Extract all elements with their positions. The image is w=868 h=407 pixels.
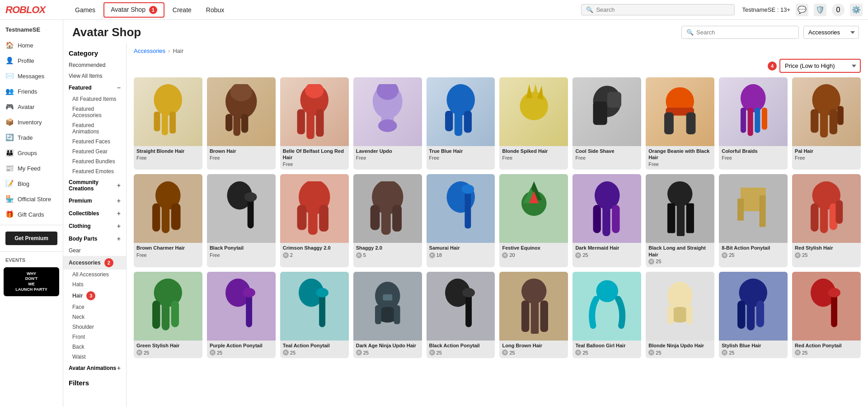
event-banner[interactable]: WHYDON'TWELAUNCH PARTY	[4, 267, 59, 296]
cat-body-parts[interactable]: Body Parts +	[63, 232, 126, 245]
cat-collectibles[interactable]: Collectibles +	[63, 207, 126, 220]
cat-view-all[interactable]: View All Items	[63, 71, 126, 81]
roblox-logo[interactable]: ROBLOX	[5, 4, 45, 16]
nav-search-input[interactable]	[596, 6, 730, 13]
item-green-stylish[interactable]: Green Stylish Hair R 25	[134, 272, 202, 358]
sidebar-item-home[interactable]: 🏠 Home	[0, 38, 63, 53]
item-dark-age-ninja[interactable]: Dark Age Ninja Updo Hair R 25	[353, 272, 422, 358]
category-select[interactable]: Accessories All Categories Featured Body…	[803, 26, 859, 39]
cat-neck[interactable]: Neck	[63, 312, 126, 322]
sidebar-item-messages[interactable]: ✉️ Messages	[0, 68, 63, 84]
item-dark-mermaid[interactable]: Dark Mermaid Hair R 25	[572, 174, 641, 267]
sidebar-item-myfeed[interactable]: 📰 My Feed	[0, 161, 63, 176]
gift-icon: 🎁	[5, 210, 14, 218]
sidebar-item-profile[interactable]: 👤 Profile	[0, 53, 63, 68]
page-header: Avatar Shop 🔍 Accessories All Categories…	[63, 20, 868, 43]
robux-icon[interactable]: 0	[832, 4, 845, 16]
nav-create[interactable]: Create	[166, 4, 198, 16]
item-red-action-ponytail[interactable]: Red Action Ponytail R 25	[792, 272, 861, 358]
item-teal-balloon-girl[interactable]: Teal Balloon Girl Hair R 25	[572, 272, 641, 358]
item-name: Blonde Spiked Hair	[502, 148, 565, 154]
cat-all-featured[interactable]: All Featured Items	[63, 94, 126, 104]
layout: TestnameSE 🏠 Home 👤 Profile ✉️ Messages …	[0, 20, 868, 407]
item-purple-ponytail[interactable]: Purple Action Ponytail R 25	[207, 272, 276, 358]
sidebar-item-blog[interactable]: 📝 Blog	[0, 176, 63, 191]
cat-accessories[interactable]: Accessories 2	[63, 256, 126, 270]
item-true-blue-hair[interactable]: True Blue Hair Free	[427, 77, 495, 170]
svg-point-99	[521, 279, 547, 304]
cat-featured-accessories[interactable]: Featured Accessories	[63, 104, 126, 120]
item-8bit-ponytail[interactable]: 8-Bit Action Ponytail R 25	[719, 174, 788, 267]
item-brown-charmer[interactable]: Brown Charmer Hair Free	[134, 174, 202, 267]
item-blonde-ninja-updo[interactable]: Blonde Ninja Updo Hair R 25	[646, 272, 714, 358]
nav-games[interactable]: Games	[69, 4, 102, 16]
cat-all-accessories[interactable]: All Accessories	[63, 270, 126, 279]
chat-icon[interactable]: 💬	[796, 4, 808, 16]
cat-premium[interactable]: Premium +	[63, 194, 126, 207]
cat-clothing[interactable]: Clothing +	[63, 220, 126, 232]
item-black-ponytail[interactable]: Black Ponytail Free	[207, 174, 276, 267]
item-pal-hair[interactable]: Pal Hair Free	[792, 77, 861, 170]
cat-featured-gear[interactable]: Featured Gear	[63, 147, 126, 156]
sort-select[interactable]: Price (Low to High) Relevance Price (Hig…	[779, 59, 861, 73]
nav-robux[interactable]: Robux	[200, 4, 230, 16]
item-festive-equinox[interactable]: Festive Equinox R 20	[499, 174, 568, 267]
cat-hats[interactable]: Hats	[63, 279, 126, 289]
cat-community[interactable]: Community Creations +	[63, 176, 126, 194]
header-search-input[interactable]	[696, 29, 794, 36]
item-samurai-hair[interactable]: Samurai Hair R 18	[427, 174, 495, 267]
item-cool-side-shave[interactable]: Cool Side Shave Free	[572, 77, 641, 170]
svg-rect-53	[319, 205, 328, 232]
item-brown-hair[interactable]: Brown Hair Free	[207, 77, 276, 170]
item-straight-blonde-hair[interactable]: Straight Blonde Hair Free	[134, 77, 202, 170]
cat-front[interactable]: Front	[63, 332, 126, 342]
nav-search-box[interactable]: 🔍	[581, 4, 735, 15]
sidebar-item-trade[interactable]: 🔄 Trade	[0, 130, 63, 145]
cat-recommended[interactable]: Recommended	[63, 60, 126, 71]
item-crimson-shaggy[interactable]: Crimson Shaggy 2.0 R 2	[280, 174, 349, 267]
sidebar-item-inventory[interactable]: 📦 Inventory	[0, 114, 63, 130]
item-black-action-ponytail[interactable]: Black Action Ponytail R 25	[427, 272, 495, 358]
sidebar-messages-label: Messages	[18, 73, 44, 80]
item-stylish-blue[interactable]: Stylish Blue Hair R 25	[719, 272, 788, 358]
settings-icon[interactable]: ⚙️	[850, 4, 863, 16]
svg-rect-107	[686, 305, 693, 324]
sidebar-item-official-store[interactable]: 🏪 Official Store	[0, 191, 63, 207]
filters-title: Filters	[63, 374, 126, 388]
cat-shoulder[interactable]: Shoulder	[63, 322, 126, 332]
sidebar-item-groups[interactable]: 👪 Groups	[0, 145, 63, 161]
cat-avatar-animations[interactable]: Avatar Animations +	[63, 362, 126, 374]
cat-face[interactable]: Face	[63, 302, 126, 312]
item-blonde-spiked[interactable]: Blonde Spiked Hair Free	[499, 77, 568, 170]
cat-hair[interactable]: Hair 3	[63, 289, 126, 302]
breadcrumb-accessories[interactable]: Accessories	[134, 47, 165, 54]
cat-featured-bundles[interactable]: Featured Bundles	[63, 156, 126, 166]
item-teal-action-ponytail[interactable]: Teal Action Ponytail R 25	[280, 272, 349, 358]
cat-featured-emotes[interactable]: Featured Emotes	[63, 166, 126, 176]
cat-featured-faces[interactable]: Featured Faces	[63, 137, 126, 147]
cat-featured[interactable]: Featured −	[63, 81, 126, 94]
item-red-stylish[interactable]: Red Stylish Hair R 25	[792, 174, 861, 267]
item-long-brown-hair[interactable]: Long Brown Hair R 25	[499, 272, 568, 358]
item-belle-belfast[interactable]: Belle Of Belfast Long Red Hair Free	[280, 77, 349, 170]
cat-back[interactable]: Back	[63, 342, 126, 352]
svg-rect-10	[297, 109, 305, 135]
cat-gear[interactable]: Gear	[63, 245, 126, 256]
cat-featured-animations[interactable]: Featured Animations	[63, 120, 126, 137]
svg-rect-56	[381, 205, 391, 235]
myfeed-icon: 📰	[5, 164, 14, 172]
item-colorful-braids[interactable]: Colorful Braids Free	[719, 77, 788, 170]
items-grid-row3: Green Stylish Hair R 25	[134, 272, 861, 358]
item-black-long-straight[interactable]: Black Long and Straight Hair R 25	[646, 174, 714, 267]
sidebar-item-gift-cards[interactable]: 🎁 Gift Cards	[0, 207, 63, 222]
nav-avatar-shop[interactable]: Avatar Shop 1	[103, 2, 164, 18]
item-shaggy-20[interactable]: Shaggy 2.0 R 5	[353, 174, 422, 267]
header-search-box[interactable]: 🔍	[681, 26, 799, 39]
item-lavender-updo[interactable]: Lavender Updo Free	[353, 77, 422, 170]
premium-button[interactable]: Get Premium	[5, 232, 57, 245]
item-orange-beanie[interactable]: Orange Beanie with Black Hair Free	[646, 77, 714, 170]
sidebar-item-avatar[interactable]: 🎮 Avatar	[0, 99, 63, 114]
cat-waist[interactable]: Waist	[63, 352, 126, 362]
shield-icon[interactable]: 🛡️	[814, 4, 826, 16]
sidebar-item-friends[interactable]: 👥 Friends	[0, 84, 63, 99]
